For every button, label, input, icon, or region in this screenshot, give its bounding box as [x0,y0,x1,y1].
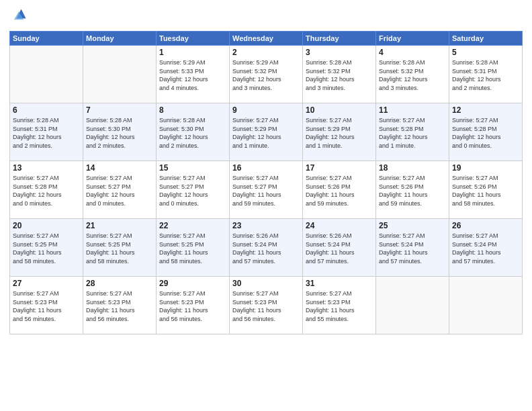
weekday-header: Sunday [10,32,83,46]
day-number: 12 [452,105,519,115]
day-number: 5 [452,48,519,57]
day-detail: Sunrise: 5:26 AM Sunset: 5:24 PM Dayligh… [232,232,300,265]
calendar-cell: 31Sunrise: 5:27 AM Sunset: 5:23 PM Dayli… [303,277,376,334]
day-number: 1 [159,48,226,57]
calendar-cell: 26Sunrise: 5:27 AM Sunset: 5:24 PM Dayli… [449,219,523,277]
day-detail: Sunrise: 5:28 AM Sunset: 5:30 PM Dayligh… [159,116,226,150]
day-number: 16 [232,163,300,173]
logo [9,7,31,26]
calendar-cell: 2Sunrise: 5:29 AM Sunset: 5:32 PM Daylig… [230,46,303,103]
day-detail: Sunrise: 5:27 AM Sunset: 5:23 PM Dayligh… [159,289,226,323]
day-number: 24 [306,221,373,230]
page: SundayMondayTuesdayWednesdayThursdayFrid… [0,0,532,411]
calendar-table: SundayMondayTuesdayWednesdayThursdayFrid… [9,31,523,334]
calendar-cell: 13Sunrise: 5:27 AM Sunset: 5:28 PM Dayli… [10,161,83,219]
calendar-cell: 15Sunrise: 5:27 AM Sunset: 5:27 PM Dayli… [157,161,230,219]
day-detail: Sunrise: 5:28 AM Sunset: 5:31 PM Dayligh… [452,58,519,92]
calendar-week: 13Sunrise: 5:27 AM Sunset: 5:28 PM Dayli… [10,161,523,219]
day-detail: Sunrise: 5:28 AM Sunset: 5:30 PM Dayligh… [86,116,153,150]
calendar-cell: 14Sunrise: 5:27 AM Sunset: 5:27 PM Dayli… [83,161,157,219]
calendar-cell: 16Sunrise: 5:27 AM Sunset: 5:27 PM Dayli… [230,161,303,219]
calendar-cell [449,277,523,334]
day-number: 20 [13,221,80,230]
day-number: 19 [452,163,519,173]
day-number: 15 [159,163,226,173]
calendar-cell: 7Sunrise: 5:28 AM Sunset: 5:30 PM Daylig… [83,103,157,161]
day-detail: Sunrise: 5:27 AM Sunset: 5:24 PM Dayligh… [379,232,446,265]
day-number: 21 [86,221,153,230]
day-detail: Sunrise: 5:27 AM Sunset: 5:25 PM Dayligh… [13,232,80,265]
day-detail: Sunrise: 5:27 AM Sunset: 5:23 PM Dayligh… [13,289,80,323]
day-detail: Sunrise: 5:27 AM Sunset: 5:26 PM Dayligh… [452,174,519,208]
day-number: 17 [306,163,373,173]
day-number: 23 [232,221,300,230]
day-detail: Sunrise: 5:27 AM Sunset: 5:23 PM Dayligh… [86,289,153,323]
calendar-header: SundayMondayTuesdayWednesdayThursdayFrid… [10,32,523,46]
day-number: 4 [379,48,446,57]
day-number: 30 [232,279,300,288]
weekday-header: Monday [83,32,157,46]
day-number: 28 [86,279,153,288]
calendar-week: 27Sunrise: 5:27 AM Sunset: 5:23 PM Dayli… [10,277,523,334]
logo-icon [9,7,28,26]
calendar-cell: 17Sunrise: 5:27 AM Sunset: 5:26 PM Dayli… [303,161,376,219]
calendar-cell: 24Sunrise: 5:26 AM Sunset: 5:24 PM Dayli… [303,219,376,277]
calendar-cell: 1Sunrise: 5:29 AM Sunset: 5:33 PM Daylig… [157,46,230,103]
calendar-cell: 23Sunrise: 5:26 AM Sunset: 5:24 PM Dayli… [230,219,303,277]
calendar-cell: 21Sunrise: 5:27 AM Sunset: 5:25 PM Dayli… [83,219,157,277]
calendar-week: 1Sunrise: 5:29 AM Sunset: 5:33 PM Daylig… [10,46,523,103]
calendar-cell: 11Sunrise: 5:27 AM Sunset: 5:28 PM Dayli… [376,103,449,161]
day-detail: Sunrise: 5:27 AM Sunset: 5:24 PM Dayligh… [452,232,519,265]
day-detail: Sunrise: 5:27 AM Sunset: 5:25 PM Dayligh… [159,232,226,265]
day-number: 2 [232,48,300,57]
weekday-header: Thursday [303,32,376,46]
calendar-cell: 3Sunrise: 5:28 AM Sunset: 5:32 PM Daylig… [303,46,376,103]
day-detail: Sunrise: 5:28 AM Sunset: 5:31 PM Dayligh… [13,116,80,150]
day-number: 26 [452,221,519,230]
calendar-cell: 30Sunrise: 5:27 AM Sunset: 5:23 PM Dayli… [230,277,303,334]
calendar-cell: 10Sunrise: 5:27 AM Sunset: 5:29 PM Dayli… [303,103,376,161]
day-detail: Sunrise: 5:27 AM Sunset: 5:29 PM Dayligh… [306,116,373,150]
day-detail: Sunrise: 5:27 AM Sunset: 5:26 PM Dayligh… [306,174,373,208]
weekday-row: SundayMondayTuesdayWednesdayThursdayFrid… [10,32,523,46]
day-detail: Sunrise: 5:28 AM Sunset: 5:32 PM Dayligh… [379,58,446,92]
day-number: 6 [13,105,80,115]
calendar-cell: 29Sunrise: 5:27 AM Sunset: 5:23 PM Dayli… [157,277,230,334]
day-number: 9 [232,105,300,115]
day-number: 13 [13,163,80,173]
day-detail: Sunrise: 5:28 AM Sunset: 5:32 PM Dayligh… [306,58,373,92]
day-number: 29 [159,279,226,288]
calendar-cell: 18Sunrise: 5:27 AM Sunset: 5:26 PM Dayli… [376,161,449,219]
calendar-week: 6Sunrise: 5:28 AM Sunset: 5:31 PM Daylig… [10,103,523,161]
calendar-cell: 28Sunrise: 5:27 AM Sunset: 5:23 PM Dayli… [83,277,157,334]
day-detail: Sunrise: 5:27 AM Sunset: 5:23 PM Dayligh… [232,289,300,323]
weekday-header: Friday [376,32,449,46]
calendar-cell: 27Sunrise: 5:27 AM Sunset: 5:23 PM Dayli… [10,277,83,334]
calendar-cell: 22Sunrise: 5:27 AM Sunset: 5:25 PM Dayli… [157,219,230,277]
day-detail: Sunrise: 5:27 AM Sunset: 5:28 PM Dayligh… [452,116,519,150]
day-detail: Sunrise: 5:26 AM Sunset: 5:24 PM Dayligh… [306,232,373,265]
day-number: 31 [306,279,373,288]
weekday-header: Tuesday [157,32,230,46]
day-detail: Sunrise: 5:27 AM Sunset: 5:27 PM Dayligh… [232,174,300,208]
day-detail: Sunrise: 5:27 AM Sunset: 5:29 PM Dayligh… [232,116,300,150]
calendar-cell: 19Sunrise: 5:27 AM Sunset: 5:26 PM Dayli… [449,161,523,219]
day-detail: Sunrise: 5:27 AM Sunset: 5:26 PM Dayligh… [379,174,446,208]
calendar-cell: 5Sunrise: 5:28 AM Sunset: 5:31 PM Daylig… [449,46,523,103]
day-number: 7 [86,105,153,115]
day-detail: Sunrise: 5:27 AM Sunset: 5:23 PM Dayligh… [306,289,373,323]
calendar-cell: 6Sunrise: 5:28 AM Sunset: 5:31 PM Daylig… [10,103,83,161]
day-detail: Sunrise: 5:29 AM Sunset: 5:32 PM Dayligh… [232,58,300,92]
calendar-cell: 20Sunrise: 5:27 AM Sunset: 5:25 PM Dayli… [10,219,83,277]
day-number: 10 [306,105,373,115]
header [9,7,523,26]
day-number: 11 [379,105,446,115]
calendar-body: 1Sunrise: 5:29 AM Sunset: 5:33 PM Daylig… [10,46,523,334]
day-number: 18 [379,163,446,173]
day-number: 25 [379,221,446,230]
calendar-cell: 25Sunrise: 5:27 AM Sunset: 5:24 PM Dayli… [376,219,449,277]
calendar-cell [376,277,449,334]
calendar-cell [83,46,157,103]
day-number: 22 [159,221,226,230]
day-number: 3 [306,48,373,57]
